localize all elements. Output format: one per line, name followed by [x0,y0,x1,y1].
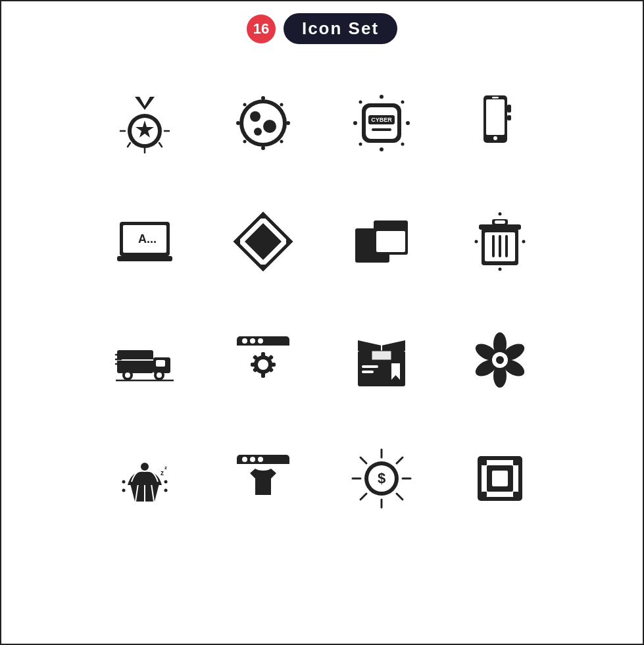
svg-point-28 [380,147,384,151]
svg-point-107 [496,356,504,364]
film-reel-icon-cell [447,426,553,531]
svg-point-14 [261,96,265,100]
svg-point-80 [242,338,247,344]
svg-rect-95 [372,351,391,360]
svg-point-65 [498,268,501,271]
flower-fan-icon [467,327,533,393]
web-settings-icon [230,327,296,393]
delivery-truck-icon [112,327,178,393]
svg-point-63 [474,240,478,244]
svg-point-62 [498,213,501,216]
trash-bin-icon-cell [447,189,553,294]
svg-text:$: $ [377,470,385,486]
copy-squares-icon-cell [329,189,434,294]
svg-rect-26 [372,128,391,131]
svg-rect-138 [482,460,487,465]
svg-point-111 [141,463,149,471]
svg-rect-140 [482,492,487,497]
svg-point-16 [236,121,240,125]
package-box-icon-cell [329,307,434,413]
icon-count-badge: 16 [247,14,276,43]
icon-grid: CYBER [66,64,579,538]
svg-text:A...: A... [138,232,157,245]
svg-point-10 [243,103,283,143]
svg-line-5 [128,143,130,147]
cupcake-icon-cell: z z [92,426,197,531]
svg-point-122 [258,457,263,462]
svg-rect-53 [376,231,405,252]
svg-line-128 [397,494,403,500]
smartphone-icon-cell [447,70,553,176]
svg-point-120 [242,457,247,462]
web-settings-icon-cell [211,307,316,413]
svg-point-33 [359,143,362,146]
svg-rect-44 [117,256,172,261]
svg-point-11 [250,111,260,122]
svg-point-115 [122,489,125,492]
svg-text:CYBER: CYBER [371,116,392,123]
svg-point-30 [406,121,410,125]
svg-rect-85 [261,352,265,357]
laptop-text-icon: A... [112,209,178,274]
svg-rect-88 [270,363,276,367]
svg-point-20 [243,140,246,143]
cyber-clock-icon: CYBER [349,90,414,156]
trash-bin-icon [467,209,533,274]
tshirt-web-icon-cell [211,426,316,531]
svg-rect-98 [362,371,374,373]
svg-rect-69 [156,360,165,367]
moon-cookie-icon-cell [211,70,316,176]
svg-point-31 [359,101,362,104]
svg-rect-61 [495,220,505,224]
svg-rect-59 [479,224,521,230]
svg-point-17 [286,121,290,125]
svg-point-38 [493,136,497,140]
svg-rect-139 [513,460,518,465]
cyber-clock-icon-cell: CYBER [329,70,434,176]
svg-point-64 [522,240,525,244]
svg-point-27 [380,95,384,99]
svg-point-29 [353,121,357,125]
svg-point-82 [258,338,263,344]
svg-point-21 [280,140,283,143]
dollar-sun-icon: $ [349,446,414,511]
svg-point-32 [401,101,404,104]
svg-rect-39 [507,105,511,113]
svg-point-18 [243,103,246,107]
svg-rect-86 [261,373,265,378]
dollar-sun-icon-cell: $ [329,426,434,531]
svg-point-19 [280,103,283,107]
flower-fan-icon-cell [447,307,553,413]
svg-rect-36 [486,99,505,135]
svg-point-71 [125,373,130,378]
svg-point-84 [258,359,268,370]
copy-squares-icon [349,209,414,274]
svg-marker-0 [135,97,155,110]
svg-point-13 [254,128,262,136]
page-header: 16 Icon Set [247,13,397,44]
diamond-shape-icon-cell [211,189,316,294]
svg-text:z: z [161,469,164,477]
svg-rect-141 [513,492,518,497]
svg-line-130 [360,494,366,500]
svg-point-15 [261,146,265,150]
diamond-shape-icon [230,209,296,274]
package-box-icon [349,327,414,393]
delivery-truck-icon-cell [92,307,197,413]
medal-icon-cell [92,70,197,176]
svg-line-129 [397,457,403,463]
svg-point-121 [250,457,255,462]
svg-rect-37 [492,97,499,99]
svg-point-116 [164,480,167,484]
svg-point-73 [157,373,162,378]
medal-icon [112,90,178,156]
svg-rect-137 [492,471,508,486]
svg-rect-87 [251,363,256,367]
svg-rect-97 [362,365,378,368]
tshirt-web-icon [230,446,296,511]
svg-text:z: z [164,465,167,471]
svg-point-12 [263,120,276,133]
cupcake-icon: z z [112,446,178,511]
moon-cookie-icon [230,90,296,156]
svg-rect-40 [507,115,511,120]
